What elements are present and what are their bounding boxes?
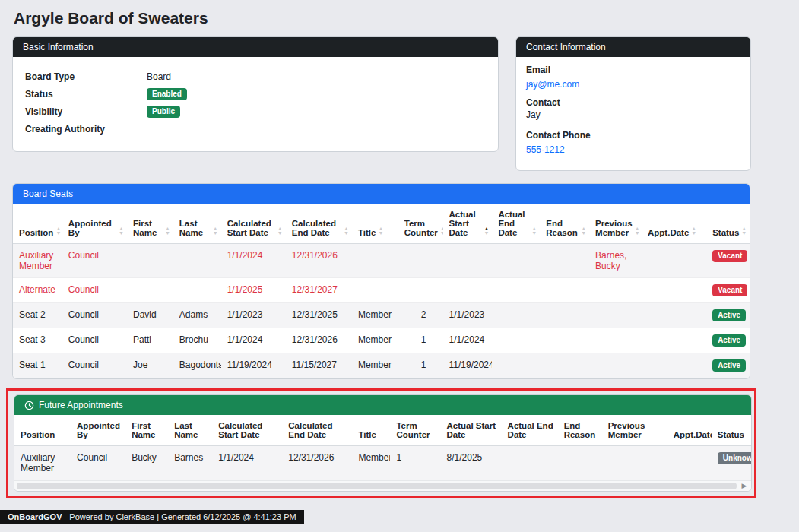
field-value: Public	[147, 106, 180, 118]
col-actual-end-date[interactable]: Actual End Date	[492, 204, 540, 244]
cell-term-counter: 2	[398, 303, 443, 328]
column-label: Appt.Date	[674, 430, 712, 439]
col-last-name[interactable]: Last Name	[168, 415, 212, 446]
contact-name-group: Contact Jay	[526, 97, 740, 120]
basic-information-header: Basic Information	[13, 37, 498, 57]
status-badge: Vacant	[712, 250, 747, 262]
cell-appointed-by: Council	[71, 446, 125, 480]
header-row: Position Appointed By First Name Last Na…	[14, 415, 751, 446]
phone-link[interactable]: 555-1212	[526, 144, 565, 155]
column-label: Status	[718, 430, 744, 439]
col-title[interactable]: Title	[352, 415, 390, 446]
col-calculated-start-date[interactable]: Calculated Start Date	[221, 204, 286, 244]
cell-last-name: Adams	[173, 303, 221, 328]
cell-last-name: Brochu	[173, 328, 221, 353]
horizontal-scrollbar[interactable]: ▶	[14, 480, 751, 491]
column-label: Appointed By	[68, 219, 116, 237]
cell-end-reason	[540, 353, 589, 378]
column-label: Calculated Start Date	[227, 219, 275, 237]
cell-actual-end	[492, 328, 540, 353]
col-appointed-by[interactable]: Appointed By	[62, 204, 127, 244]
cell-first-name: Bucky	[125, 446, 168, 480]
column-label: Previous Member	[608, 421, 664, 439]
future-appointment-row: Auxiliary Member Council Bucky Barnes 1/…	[14, 446, 751, 480]
col-actual-start-date[interactable]: Actual Start Date	[443, 204, 493, 244]
col-status[interactable]: Status	[712, 415, 751, 446]
cell-calc-start: 1/1/2025	[221, 278, 286, 303]
cell-actual-start	[443, 244, 493, 278]
col-actual-start-date[interactable]: Actual Start Date	[441, 415, 502, 446]
column-label: Actual Start Date	[447, 421, 499, 439]
column-label: Previous Member	[595, 219, 633, 237]
col-appt-date[interactable]: Appt.Date	[667, 415, 712, 446]
sort-icon	[440, 226, 443, 236]
column-label: Title	[358, 430, 376, 439]
col-position[interactable]: Position	[14, 415, 71, 446]
col-end-reason[interactable]: End Reason	[540, 204, 589, 244]
cell-calc-end: 11/15/2027	[286, 353, 352, 378]
cell-appt-date	[642, 278, 706, 303]
col-calculated-end-date[interactable]: Calculated End Date	[282, 415, 352, 446]
col-term-counter[interactable]: Term Counter	[390, 415, 440, 446]
cell-end-reason	[540, 328, 589, 353]
cell-calc-end: 12/31/2026	[286, 244, 352, 278]
cell-end-reason	[540, 278, 589, 303]
contact-label: Contact	[526, 97, 740, 108]
public-badge: Public	[147, 106, 180, 118]
col-term-counter[interactable]: Term Counter	[398, 204, 443, 244]
future-appointments-table-head: Position Appointed By First Name Last Na…	[14, 415, 751, 446]
cell-actual-end	[492, 303, 540, 328]
col-last-name[interactable]: Last Name	[173, 204, 221, 244]
column-label: First Name	[133, 219, 163, 237]
col-previous-member[interactable]: Previous Member	[589, 204, 642, 244]
clock-icon	[24, 401, 34, 410]
status-badge: Active	[712, 309, 746, 321]
scroll-right-arrow-icon[interactable]: ▶	[740, 483, 749, 489]
cell-appointed-by: Council	[62, 353, 127, 378]
cell-status: Vacant	[706, 244, 750, 278]
col-first-name[interactable]: First Name	[125, 415, 168, 446]
sort-icon	[581, 226, 586, 236]
field-label: Status	[25, 89, 147, 100]
board-seats-table-body: Auxiliary Member Council 1/1/2024 12/31/…	[13, 244, 750, 378]
cell-first-name: Joe	[127, 353, 173, 378]
email-link[interactable]: jay@me.com	[526, 79, 579, 90]
col-first-name[interactable]: First Name	[127, 204, 173, 244]
col-previous-member[interactable]: Previous Member	[602, 415, 667, 446]
col-status[interactable]: Status	[706, 204, 750, 244]
col-actual-end-date[interactable]: Actual End Date	[502, 415, 558, 446]
col-end-reason[interactable]: End Reason	[558, 415, 602, 446]
page-title: Argyle Board of Sweaters	[14, 9, 787, 27]
cell-calc-start: 1/1/2024	[212, 446, 282, 480]
cell-position: Auxiliary Member	[13, 244, 62, 278]
board-seats-table-head: Position Appointed By First Name Last Na…	[13, 204, 750, 244]
cell-calc-end: 12/31/2026	[282, 446, 352, 480]
contact-value: Jay	[526, 109, 740, 120]
col-calculated-end-date[interactable]: Calculated End Date	[286, 204, 352, 244]
cell-first-name: David	[127, 303, 173, 328]
cell-title	[352, 278, 398, 303]
col-appointed-by[interactable]: Appointed By	[71, 415, 125, 446]
col-position[interactable]: Position	[13, 204, 62, 244]
cell-actual-end	[492, 278, 540, 303]
cell-calc-end: 12/31/2026	[286, 328, 352, 353]
cell-status: Vacant	[706, 278, 750, 303]
header-row: Position Appointed By First Name Last Na…	[13, 204, 750, 244]
basic-information-body: Board Type Board Status Enabled Visibili…	[13, 57, 498, 148]
cell-actual-start	[443, 278, 493, 303]
col-title[interactable]: Title	[352, 204, 398, 244]
board-seat-row: Seat 3 Council Patti Brochu 1/1/2024 12/…	[13, 328, 750, 353]
page: Argyle Board of Sweaters Basic Informati…	[0, 0, 799, 498]
sort-icon	[741, 226, 747, 236]
column-label: Last Name	[174, 421, 209, 439]
scrollbar-thumb[interactable]	[17, 483, 737, 489]
cell-title: Member	[352, 303, 398, 328]
contact-information-header: Contact Information	[516, 37, 750, 57]
sort-icon	[213, 226, 218, 236]
cell-position: Seat 2	[13, 303, 62, 328]
col-calculated-start-date[interactable]: Calculated Start Date	[212, 415, 282, 446]
sort-icon	[378, 226, 383, 236]
col-appt-date[interactable]: Appt.Date	[642, 204, 706, 244]
sort-icon	[55, 226, 61, 236]
column-label: Last Name	[179, 219, 211, 237]
